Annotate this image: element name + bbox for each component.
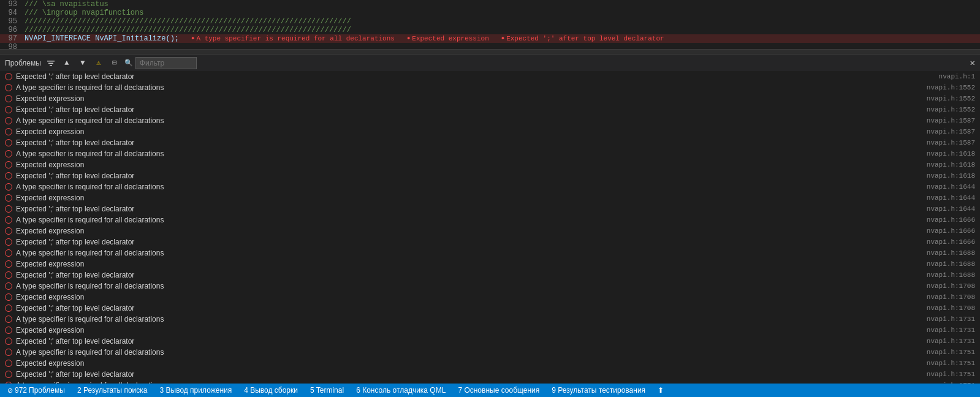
problem-source-20: nvapi.h:1708 (927, 293, 975, 301)
problem-message-5: Expected expression (16, 127, 922, 136)
error-circle-icon-14 (5, 227, 12, 235)
up-icon-btn[interactable]: ▲ (61, 57, 73, 69)
error-circle-icon-26 (5, 360, 12, 367)
problem-item-21[interactable]: Expected ';' after top level declaratorn… (0, 303, 980, 314)
down-icon-btn[interactable]: ▼ (77, 57, 89, 69)
error-circle-icon-21 (5, 304, 12, 312)
status-terminal[interactable]: 5 Terminal (308, 384, 346, 397)
problem-item-25[interactable]: A type specifier is required for all dec… (0, 347, 980, 358)
error-circle-icon-11 (5, 194, 12, 202)
line-num-95: 95 (0, 17, 25, 26)
problem-message-8: Expected expression (16, 161, 922, 169)
problem-message-17: Expected expression (16, 260, 922, 268)
problem-source-21: nvapi.h:1708 (927, 304, 975, 312)
status-output[interactable]: 3 Вывод приложения (158, 384, 235, 397)
problem-item-27[interactable]: Expected ';' after top level declaratorn… (0, 369, 980, 380)
problem-message-0: Expected ';' after top level declarator (16, 72, 934, 81)
problem-source-7: nvapi.h:1618 (927, 150, 975, 157)
error-circle-icon-24 (5, 338, 12, 345)
problem-item-15[interactable]: Expected ';' after top level declaratorn… (0, 236, 980, 248)
problem-item-26[interactable]: Expected expressionnvapi.h:1751 (0, 358, 980, 369)
problem-source-0: nvapi.h:1 (939, 73, 975, 80)
problem-item-4[interactable]: A type specifier is required for all dec… (0, 115, 980, 126)
error-circle-icon-22 (5, 316, 12, 323)
terminal-label: 5 Terminal (310, 386, 344, 395)
problem-item-13[interactable]: A type specifier is required for all dec… (0, 214, 980, 225)
problem-item-19[interactable]: A type specifier is required for all dec… (0, 281, 980, 292)
problem-message-14: Expected expression (16, 227, 922, 235)
status-messages[interactable]: 7 Основные сообщения (455, 384, 542, 397)
scrollbar[interactable] (0, 49, 980, 54)
problem-item-23[interactable]: Expected expressionnvapi.h:1731 (0, 325, 980, 336)
problem-item-16[interactable]: A type specifier is required for all dec… (0, 248, 980, 259)
problem-item-8[interactable]: Expected expressionnvapi.h:1618 (0, 159, 980, 170)
filter-input[interactable] (135, 57, 197, 69)
problem-source-10: nvapi.h:1644 (927, 183, 975, 191)
problem-message-3: Expected ';' after top level declarator (16, 105, 922, 114)
problems-count: 972 (15, 386, 27, 395)
code-content-96: ////////////////////////////////////////… (25, 26, 351, 34)
problem-item-5[interactable]: Expected expressionnvapi.h:1587 (0, 126, 980, 137)
problem-source-5: nvapi.h:1587 (927, 128, 975, 135)
problem-source-22: nvapi.h:1731 (927, 316, 975, 323)
close-panel-btn[interactable]: ✕ (970, 58, 975, 68)
problem-item-24[interactable]: Expected ';' after top level declaratorn… (0, 336, 980, 347)
problem-item-17[interactable]: Expected expressionnvapi.h:1688 (0, 259, 980, 270)
problems-header: Проблемы ▲ ▼ ⚠ ⊟ 🔍 ✕ (0, 54, 980, 71)
code-content-95: ////////////////////////////////////////… (25, 17, 351, 26)
problem-source-9: nvapi.h:1618 (927, 172, 975, 180)
error-circle-icon-20 (5, 293, 12, 301)
problem-item-9[interactable]: Expected ';' after top level declaratorn… (0, 170, 980, 181)
problem-message-25: A type specifier is required for all dec… (16, 348, 922, 357)
problem-item-7[interactable]: A type specifier is required for all dec… (0, 148, 980, 159)
status-console[interactable]: 6 Консоль отладчика QML (354, 384, 448, 397)
problem-source-12: nvapi.h:1644 (927, 205, 975, 213)
code-line-96: 96 /////////////////////////////////////… (0, 26, 980, 34)
status-build[interactable]: 4 Вывод сборки (241, 384, 300, 397)
status-bar: ⊘ 972 Проблемы 2 Результаты поиска 3 Выв… (0, 384, 980, 397)
problem-item-2[interactable]: Expected expressionnvapi.h:1552 (0, 93, 980, 104)
error-circle-icon-16 (5, 249, 12, 257)
problem-item-3[interactable]: Expected ';' after top level declaratorn… (0, 104, 980, 115)
problem-source-6: nvapi.h:1587 (927, 139, 975, 146)
problem-item-10[interactable]: A type specifier is required for all dec… (0, 181, 980, 192)
line-num-97: 97 (0, 34, 25, 43)
svg-rect-2 (50, 65, 52, 66)
filter-area: 🔍 (124, 57, 197, 69)
problem-message-20: Expected expression (16, 293, 922, 301)
problem-item-0[interactable]: Expected ';' after top level declaratorn… (0, 71, 980, 82)
line-num-98: 98 (0, 43, 25, 49)
main-container: 93 /// \sa nvapistatus 94 /// \ingroup n… (0, 0, 980, 397)
problem-source-19: nvapi.h:1708 (927, 282, 975, 290)
problem-item-14[interactable]: Expected expressionnvapi.h:1666 (0, 225, 980, 236)
error-circle-icon-3 (5, 106, 12, 113)
problem-item-20[interactable]: Expected expressionnvapi.h:1708 (0, 292, 980, 303)
sort-icon-btn[interactable] (45, 57, 57, 69)
problem-message-26: Expected expression (16, 359, 922, 368)
warning-filter-btn[interactable]: ⚠ (93, 57, 105, 69)
console-label: 6 Консоль отладчика QML (356, 386, 446, 395)
status-test[interactable]: 9 Результаты тестирования (549, 384, 648, 397)
code-line-98: 98 (0, 43, 980, 49)
problem-item-22[interactable]: A type specifier is required for all dec… (0, 314, 980, 325)
problem-item-6[interactable]: Expected ';' after top level declaratorn… (0, 137, 980, 148)
error-circle-icon-9 (5, 172, 12, 180)
filter-toggle-btn[interactable]: ⊟ (108, 57, 121, 69)
problem-source-2: nvapi.h:1552 (927, 95, 975, 102)
problem-source-4: nvapi.h:1587 (927, 117, 975, 124)
problem-item-18[interactable]: Expected ';' after top level declaratorn… (0, 270, 980, 281)
problems-panel-title: Проблемы (5, 59, 41, 67)
problem-item-1[interactable]: A type specifier is required for all dec… (0, 82, 980, 93)
problem-item-11[interactable]: Expected expressionnvapi.h:1644 (0, 192, 980, 203)
problem-item-12[interactable]: Expected ';' after top level declaratorn… (0, 203, 980, 214)
status-expand[interactable]: ⬆ (655, 384, 666, 397)
problem-message-23: Expected expression (16, 326, 922, 335)
status-problems[interactable]: ⊘ 972 Проблемы (5, 384, 67, 397)
error-circle-icon-8 (5, 161, 12, 168)
problem-message-1: A type specifier is required for all dec… (16, 83, 922, 92)
line-num-93: 93 (0, 0, 25, 9)
problems-list[interactable]: Expected ';' after top level declaratorn… (0, 71, 980, 384)
code-line-95: 95 /////////////////////////////////////… (0, 17, 980, 26)
status-search[interactable]: 2 Результаты поиска (75, 384, 150, 397)
problem-source-13: nvapi.h:1666 (927, 216, 975, 224)
